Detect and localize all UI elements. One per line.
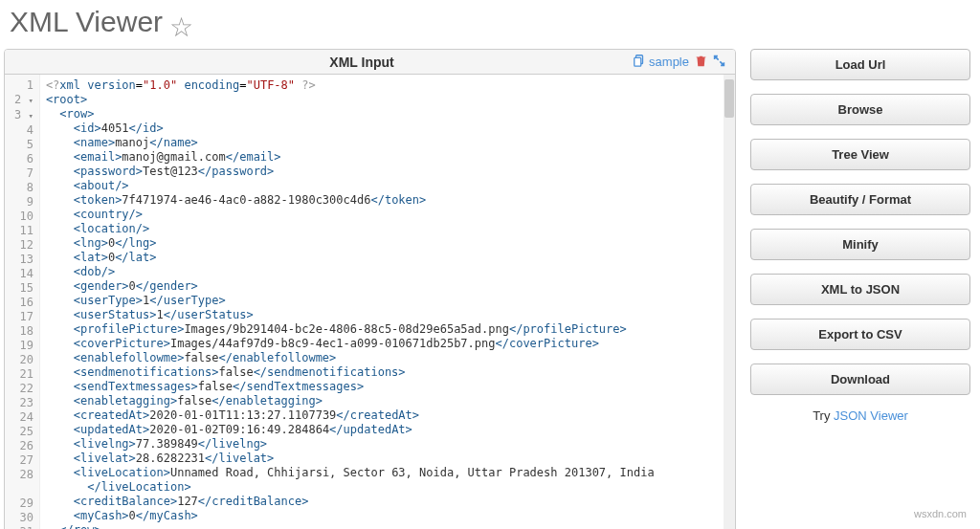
editor-actions: sample [633,54,725,70]
code-line: <creditBalance>127</creditBalance> [46,495,729,509]
line-number: 14 [14,267,33,281]
line-number: 21 [14,367,33,382]
code-line: <enabletagging>false</enabletagging> [46,394,729,408]
try-json-viewer: Try JSON Viewer [750,408,970,423]
line-number: 13 [14,253,33,267]
sidebar: Load UrlBrowseTree ViewBeautify / Format… [750,49,980,529]
line-gutter: 12 ▾3 ▾456789101112131415161718192021222… [5,75,40,529]
code-line: </liveLocation> [46,480,729,495]
editor-panel: XML Input sample 12 ▾3 ▾4567891011121314… [4,49,736,529]
code-line: <row> [46,107,729,121]
line-number: 5 [14,138,33,152]
code-line: <profilePicture>Images/9b291404-bc2e-480… [46,322,729,337]
code-line: </row> [46,523,729,529]
main-layout: XML Input sample 12 ▾3 ▾4567891011121314… [0,49,980,529]
code-line: <liveLocation>Unnamed Road, Chhijarsi, S… [46,466,729,480]
code-line: <userStatus>1</userStatus> [46,308,729,322]
scrollbar[interactable] [724,75,735,529]
line-number: 6 [14,152,33,166]
load-url-button[interactable]: Load Url [750,49,970,80]
line-number: 27 [14,453,33,468]
line-number: 15 [14,281,33,296]
code-line: <userType>1</userType> [46,294,729,308]
line-number: 16 [14,296,33,310]
code-line: <lat>0</lat> [46,251,729,265]
line-number: 2 ▾ [14,93,33,108]
code-line: <updatedAt>2020-01-02T09:16:49.284864</u… [46,423,729,437]
code-line: <gender>0</gender> [46,279,729,294]
code-line: <livelng>77.389849</livelng> [46,437,729,452]
line-number: 28 [14,468,33,482]
line-number: 11 [14,224,33,238]
line-number: 26 [14,439,33,453]
code-line: <name>manoj</name> [46,136,729,150]
line-number: 31 [14,525,33,529]
to-json-button[interactable]: XML to JSON [750,274,970,305]
page-header: XML Viewer ☆ [0,0,980,49]
code-line: <coverPicture>Images/44af97d9-b8c9-4ec1-… [46,337,729,351]
star-icon[interactable]: ☆ [169,11,193,43]
code-line: <location/> [46,222,729,236]
to-csv-button[interactable]: Export to CSV [750,319,970,350]
sample-label: sample [649,55,689,69]
line-number: 8 [14,181,33,195]
download-button[interactable]: Download [750,364,970,395]
expand-icon[interactable] [713,55,725,70]
code-content[interactable]: <?xml version="1.0" encoding="UTF-8" ?><… [40,75,735,529]
browse-button[interactable]: Browse [750,94,970,125]
code-line: <sendTextmessages>false</sendTextmessage… [46,380,729,394]
code-line: <sendmenotifications>false</sendmenotifi… [46,365,729,380]
line-number: 17 [14,310,33,324]
editor-title: XML Input [91,55,633,70]
code-line: <enablefollowme>false</enablefollowme> [46,351,729,365]
code-line: <token>7f471974-ae46-4ac0-a882-1980c300c… [46,193,729,208]
code-line: <root> [46,93,729,107]
line-number: 22 [14,382,33,396]
code-line: <lng>0</lng> [46,236,729,251]
code-line: <about/> [46,179,729,193]
code-line: <livelat>28.6282231</livelat> [46,452,729,466]
line-number: 1 [14,78,33,93]
minify-button[interactable]: Minify [750,229,970,260]
tree-view-button[interactable]: Tree View [750,139,970,170]
line-number: 24 [14,410,33,425]
scrollbar-thumb[interactable] [724,79,734,118]
line-number: 20 [14,353,33,367]
code-line: <country/> [46,208,729,222]
sample-link[interactable]: sample [633,54,689,70]
json-viewer-link[interactable]: JSON Viewer [834,408,908,423]
svg-rect-1 [635,58,641,67]
line-number: 4 [14,123,33,138]
code-line: <email>manoj@gmail.com</email> [46,150,729,165]
code-line: <myCash>0</myCash> [46,509,729,523]
line-number: 9 [14,195,33,209]
code-line: <id>4051</id> [46,121,729,136]
line-number: 19 [14,339,33,353]
copy-icon [633,54,646,70]
code-line: <?xml version="1.0" encoding="UTF-8" ?> [46,78,729,93]
code-line: <dob/> [46,265,729,279]
line-number: 3 ▾ [14,108,33,123]
line-number: 12 [14,238,33,253]
line-number: 23 [14,396,33,410]
line-number: 29 [14,496,33,511]
beautify-button[interactable]: Beautify / Format [750,184,970,215]
line-number: 10 [14,209,33,224]
editor-header: XML Input sample [5,50,735,75]
line-number: 18 [14,324,33,339]
line-number: 30 [14,511,33,525]
code-line: <password>Test@123</password> [46,165,729,179]
line-number: 25 [14,425,33,439]
code-line: <createdAt>2020-01-01T11:13:27.1107739</… [46,408,729,423]
trash-icon[interactable] [695,55,707,70]
page-title: XML Viewer [10,6,163,38]
line-number: 7 [14,166,33,181]
watermark: wsxdn.com [914,508,967,519]
code-editor[interactable]: 12 ▾3 ▾456789101112131415161718192021222… [5,75,735,529]
